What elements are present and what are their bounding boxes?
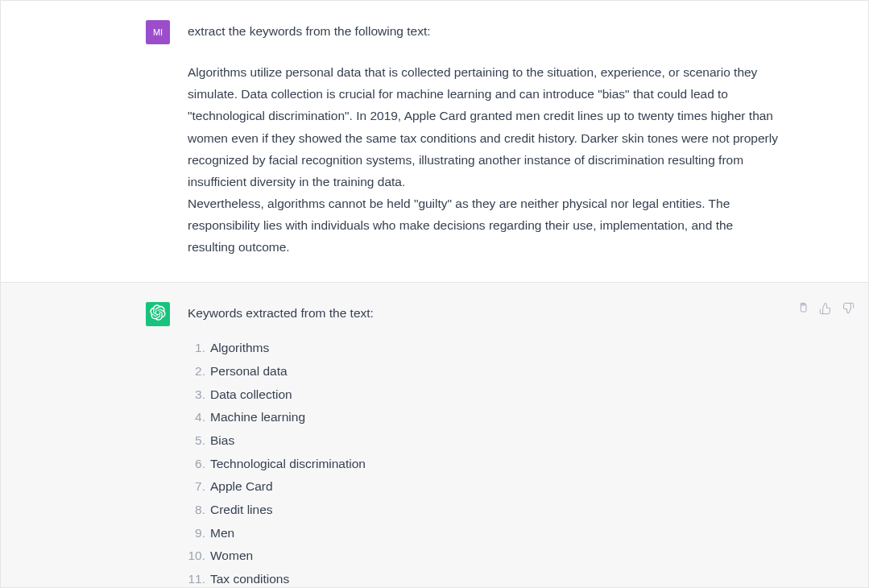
clipboard-icon — [797, 300, 809, 321]
list-item: Tax conditions — [188, 568, 780, 588]
list-item: Technological discrimination — [188, 453, 780, 476]
user-text-body: Algorithms utilize personal data that is… — [188, 61, 780, 258]
list-item: Credit lines — [188, 499, 780, 522]
list-item: Apple Card — [188, 475, 780, 499]
assistant-message: Keywords extracted from the text: Algori… — [1, 282, 868, 588]
assistant-avatar — [146, 302, 170, 326]
assistant-intro: Keywords extracted from the text: — [188, 302, 780, 324]
thumbs-down-icon — [842, 300, 855, 321]
list-item: Women — [188, 545, 780, 568]
list-item: Algorithms — [188, 337, 780, 360]
openai-logo-icon — [150, 304, 166, 324]
thumbs-up-icon — [819, 300, 832, 321]
copy-button[interactable] — [795, 302, 811, 318]
assistant-content: Keywords extracted from the text: Algori… — [188, 302, 780, 588]
keyword-list: Algorithms Personal data Data collection… — [188, 337, 780, 588]
list-item: Men — [188, 522, 780, 545]
user-prompt-line: extract the keywords from the following … — [188, 20, 780, 42]
list-item: Bias — [188, 429, 780, 453]
list-item: Machine learning — [188, 406, 780, 429]
thumbs-up-button[interactable] — [817, 302, 834, 318]
list-item: Data collection — [188, 383, 780, 407]
thumbs-down-button[interactable] — [840, 302, 856, 318]
message-actions — [795, 302, 856, 318]
user-avatar: MI — [146, 20, 170, 44]
user-message: MI extract the keywords from the followi… — [1, 1, 868, 282]
list-item: Personal data — [188, 360, 780, 383]
user-content: extract the keywords from the following … — [188, 20, 780, 258]
